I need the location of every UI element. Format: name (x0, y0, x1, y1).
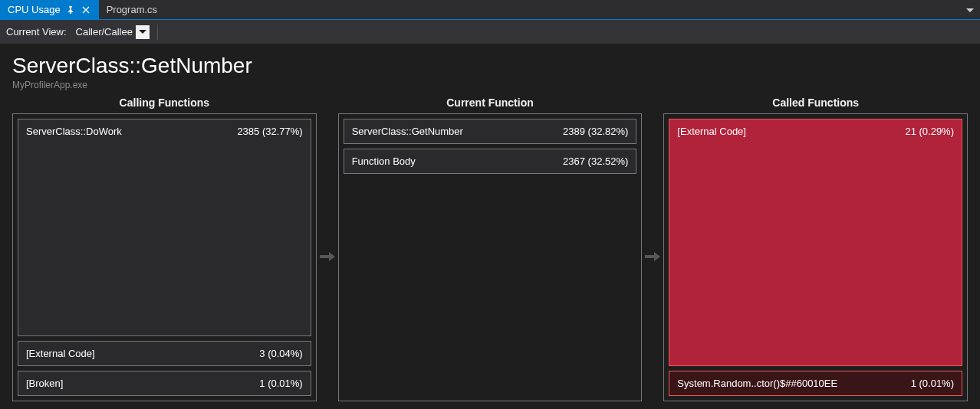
called-functions-column: Called Functions [External Code]21 (0.29… (663, 97, 968, 401)
function-name: [External Code] (26, 348, 95, 359)
function-metric: 3 (0.04%) (259, 348, 302, 359)
called-functions-panel: [External Code]21 (0.29%)System.Random..… (663, 113, 968, 401)
pin-icon[interactable] (65, 5, 76, 15)
function-name: [Broken] (26, 378, 63, 389)
tabs-bar: CPU Usage Program.cs (0, 0, 980, 20)
current-function-header: Current Function (338, 97, 643, 113)
current-view-label: Current View: (6, 26, 67, 38)
toolbar: Current View: Caller/Callee (0, 20, 980, 44)
caller-callee-view: Calling Functions ServerClass::DoWork238… (0, 93, 980, 409)
current-function-entry[interactable]: ServerClass::GetNumber2389 (32.82%) (344, 119, 637, 144)
function-metric: 1 (0.01%) (911, 378, 954, 389)
calling-function-entry[interactable]: [External Code]3 (0.04%) (18, 341, 311, 366)
calling-functions-header: Calling Functions (12, 97, 317, 113)
function-name: ServerClass::GetNumber (352, 126, 463, 137)
tab-cpu-usage[interactable]: CPU Usage (0, 0, 99, 19)
function-name: System.Random..ctor()$##60010EE (677, 378, 837, 389)
function-name: ServerClass::DoWork (26, 126, 122, 137)
calling-functions-panel: ServerClass::DoWork2385 (32.77%)[Externa… (12, 113, 317, 401)
function-metric: 21 (0.29%) (905, 126, 954, 137)
current-function-panel: ServerClass::GetNumber2389 (32.82%)Funct… (338, 113, 643, 401)
tab-overflow-dropdown[interactable] (960, 4, 980, 15)
current-view-dropdown[interactable]: Caller/Callee (71, 23, 150, 41)
page-title: ServerClass::GetNumber (12, 54, 968, 78)
arrow-right-icon (317, 112, 338, 401)
function-metric: 2385 (32.77%) (237, 126, 302, 137)
function-metric: 2367 (32.52%) (563, 155, 628, 167)
tab-label: CPU Usage (8, 4, 61, 15)
module-subtitle: MyProfilerApp.exe (12, 80, 968, 90)
arrow-right-icon (642, 112, 663, 401)
close-icon[interactable] (81, 5, 91, 15)
current-function-entry[interactable]: Function Body2367 (32.52%) (344, 149, 637, 174)
function-name: [External Code] (677, 126, 746, 137)
called-functions-header: Called Functions (663, 97, 968, 113)
called-function-entry[interactable]: System.Random..ctor()$##60010EE1 (0.01%) (669, 371, 962, 396)
tab-label: Program.cs (107, 4, 157, 15)
title-area: ServerClass::GetNumber MyProfilerApp.exe (0, 44, 980, 93)
function-name: Function Body (352, 155, 416, 167)
calling-functions-column: Calling Functions ServerClass::DoWork238… (12, 97, 317, 401)
current-function-column: Current Function ServerClass::GetNumber2… (338, 97, 643, 401)
current-view-value: Caller/Callee (71, 26, 134, 38)
chevron-down-icon (136, 25, 150, 39)
spacer (344, 178, 637, 396)
called-function-entry[interactable]: [External Code]21 (0.29%) (669, 119, 962, 366)
function-metric: 2389 (32.82%) (563, 126, 628, 137)
toolbar-separator (157, 25, 158, 40)
function-metric: 1 (0.01%) (259, 378, 302, 389)
tab-program-cs[interactable]: Program.cs (99, 0, 165, 19)
calling-function-entry[interactable]: [Broken]1 (0.01%) (18, 371, 311, 396)
calling-function-entry[interactable]: ServerClass::DoWork2385 (32.77%) (18, 119, 311, 336)
